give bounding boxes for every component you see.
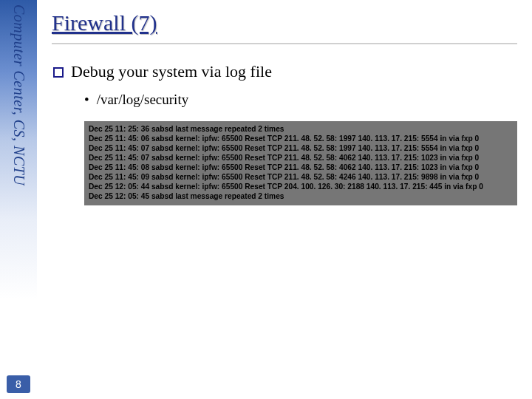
title-divider	[52, 43, 517, 44]
page-number: 8	[0, 378, 37, 390]
bullet-sub-text: /var/log/security	[97, 92, 189, 107]
log-line: Dec 25 12: 05: 45 sabsd last message rep…	[89, 191, 513, 201]
log-line: Dec 25 11: 45: 06 sabsd kernel: ipfw: 65…	[89, 134, 513, 143]
slide: Computer Center, CS, NCTU 8 Firewall (7)…	[0, 0, 532, 399]
content-area: Firewall (7) Debug your system via log f…	[52, 10, 517, 205]
log-line: Dec 25 11: 45: 07 sabsd kernel: ipfw: 65…	[89, 153, 513, 163]
sidebar-org-text: Computer Center, CS, NCTU	[10, 4, 27, 185]
square-bullet-icon	[53, 67, 64, 78]
log-output-box: Dec 25 11: 25: 36 sabsd last message rep…	[84, 121, 517, 205]
log-line: Dec 25 11: 45: 09 sabsd kernel: ipfw: 65…	[89, 172, 513, 182]
bullet-sub: /var/log/security	[84, 92, 517, 108]
bullet-main: Debug your system via log file	[53, 62, 517, 81]
log-line: Dec 25 11: 25: 36 sabsd last message rep…	[89, 124, 513, 134]
log-line: Dec 25 11: 45: 08 sabsd kernel: ipfw: 65…	[89, 163, 513, 172]
bullet-main-text: Debug your system via log file	[71, 62, 272, 81]
log-line: Dec 25 11: 45: 07 sabsd kernel: ipfw: 65…	[89, 143, 513, 153]
page-title: Firewall (7)	[52, 10, 517, 35]
sidebar-gradient: Computer Center, CS, NCTU	[0, 0, 37, 399]
log-line: Dec 25 12: 05: 44 sabsd kernel: ipfw: 65…	[89, 182, 513, 191]
